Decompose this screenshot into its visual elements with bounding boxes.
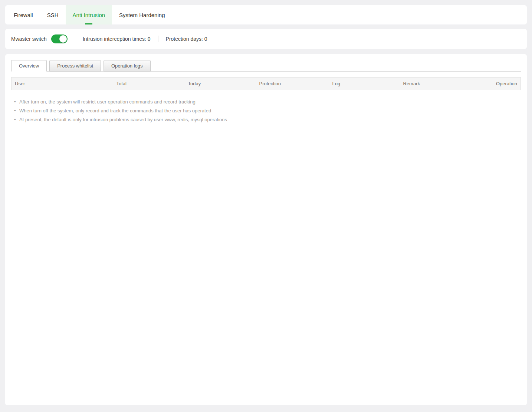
header-row: UserTotalTodayProtectionLogRemarkOperati… [12,78,521,90]
master-switch-toggle[interactable] [51,34,68,43]
main-tab-bar: FirewallSSHAnti IntrusionSystem Hardenin… [5,5,527,24]
tab-system-hardening[interactable]: System Hardening [112,5,172,24]
note-item: When turn off the system, only record an… [14,106,521,115]
sub-tab-bar: OverviewProcess whitelistOperation logs [11,60,521,72]
interception-times-text: Intrusion interception times: 0 [83,36,151,42]
subtab-operation-logs[interactable]: Operation logs [104,60,151,72]
toolbar-divider [75,36,75,42]
content-panel: OverviewProcess whitelistOperation logs … [5,54,527,405]
tab-anti-intrusion[interactable]: Anti Intrusion [66,5,112,24]
note-item: At present, the default is only for intr… [14,115,521,124]
column-header-protection: Protection [256,78,329,90]
column-header-user: User [12,78,113,90]
note-item: After turn on, the system will restrict … [14,98,521,106]
toolbar-divider [158,36,158,42]
status-toolbar: Mwaster switch Intrusion interception ti… [5,29,527,49]
protection-days-text: Protection days: 0 [166,36,207,42]
tab-firewall[interactable]: Firewall [7,5,40,24]
subtab-overview[interactable]: Overview [11,60,47,72]
subtab-process-whitelist[interactable]: Process whitelist [49,60,101,72]
notes-list: After turn on, the system will restrict … [14,98,521,124]
column-header-today: Today [185,78,256,90]
tab-ssh[interactable]: SSH [40,5,66,24]
column-header-total: Total [113,78,185,90]
user-table-head: UserTotalTodayProtectionLogRemarkOperati… [12,78,521,90]
column-header-log: Log [329,78,400,90]
column-header-remark: Remark [400,78,492,90]
column-header-operation: Operation [492,78,521,90]
user-table: UserTotalTodayProtectionLogRemarkOperati… [11,77,521,90]
master-switch-label: Mwaster switch [11,36,47,42]
